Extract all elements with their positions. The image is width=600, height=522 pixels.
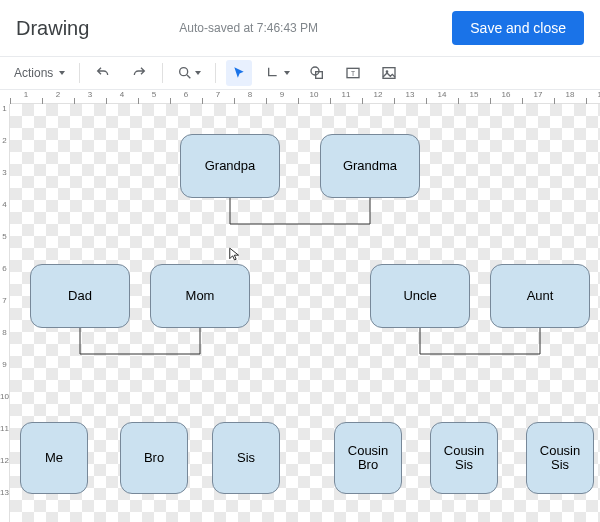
actions-label: Actions (14, 66, 53, 80)
image-icon (381, 65, 397, 81)
node-grandma[interactable]: Grandma (320, 134, 420, 198)
caret-down-icon (59, 71, 65, 75)
node-bro[interactable]: Bro (120, 422, 188, 494)
node-label: Aunt (527, 289, 554, 303)
ruler-tick-label: 17 (522, 90, 554, 99)
ruler-tick-label: 3 (0, 168, 9, 200)
ruler-tick-label: 9 (266, 90, 298, 99)
ruler-horizontal: 12345678910111213141516171819 (10, 90, 600, 104)
ruler-tick-label: 13 (394, 90, 426, 99)
node-label: Cousin Sis (437, 444, 491, 473)
node-label: Mom (186, 289, 215, 303)
redo-icon (131, 65, 147, 81)
actions-menu-button[interactable]: Actions (10, 60, 69, 86)
ruler-tick-label: 12 (0, 456, 9, 488)
svg-rect-6 (383, 68, 395, 79)
ruler-tick-label: 19 (586, 90, 600, 99)
line-icon (266, 65, 282, 81)
node-label: Grandma (343, 159, 397, 173)
ruler-tick-label: 18 (554, 90, 586, 99)
ruler-tick-label: 7 (202, 90, 234, 99)
shape-icon (309, 65, 325, 81)
node-label: Uncle (403, 289, 436, 303)
svg-line-1 (187, 75, 190, 78)
ruler-tick-label: 10 (298, 90, 330, 99)
separator (79, 63, 80, 83)
ruler-tick-label: 2 (0, 136, 9, 168)
image-tool-button[interactable] (376, 60, 402, 86)
textbox-tool-button[interactable]: T (340, 60, 366, 86)
ruler-tick-label: 6 (170, 90, 202, 99)
workspace: 12345678910111213141516171819 1234567891… (0, 90, 600, 522)
node-label: Grandpa (205, 159, 256, 173)
undo-button[interactable] (90, 60, 116, 86)
ruler-tick-label: 4 (0, 200, 9, 232)
node-label: Bro (144, 451, 164, 465)
ruler-tick-label: 4 (106, 90, 138, 99)
dialog-header: Drawing Auto-saved at 7:46:43 PM Save an… (0, 0, 600, 56)
ruler-tick-label: 14 (426, 90, 458, 99)
line-tool-button[interactable] (262, 60, 294, 86)
ruler-tick-label: 15 (458, 90, 490, 99)
redo-button[interactable] (126, 60, 152, 86)
ruler-tick-label: 5 (0, 232, 9, 264)
node-label: Sis (237, 451, 255, 465)
connector-dad-mom (30, 324, 250, 364)
cursor-icon (232, 66, 246, 80)
connector-uncle-aunt (370, 324, 590, 364)
ruler-tick-label: 11 (330, 90, 362, 99)
ruler-tick-label: 8 (0, 328, 9, 360)
caret-down-icon (284, 71, 290, 75)
node-mom[interactable]: Mom (150, 264, 250, 328)
ruler-tick-label: 10 (0, 392, 9, 424)
svg-text:T: T (351, 70, 355, 77)
node-me[interactable]: Me (20, 422, 88, 494)
separator (215, 63, 216, 83)
canvas[interactable]: Grandpa Grandma Dad Mom Uncle Aunt Me Br… (10, 104, 600, 522)
ruler-tick-label: 9 (0, 360, 9, 392)
ruler-tick-label: 6 (0, 264, 9, 296)
toolbar: Actions T (0, 56, 600, 90)
undo-icon (95, 65, 111, 81)
ruler-tick-label: 11 (0, 424, 9, 456)
save-and-close-button[interactable]: Save and close (452, 11, 584, 45)
node-aunt[interactable]: Aunt (490, 264, 590, 328)
svg-point-0 (180, 68, 188, 76)
ruler-tick-label: 7 (0, 296, 9, 328)
node-dad[interactable]: Dad (30, 264, 130, 328)
ruler-tick-label: 2 (42, 90, 74, 99)
separator (162, 63, 163, 83)
dialog-title: Drawing (16, 17, 89, 40)
textbox-icon: T (345, 65, 361, 81)
ruler-vertical: 12345678910111213 (0, 104, 10, 522)
node-uncle[interactable]: Uncle (370, 264, 470, 328)
select-tool-button[interactable] (226, 60, 252, 86)
node-cousin-sis-1[interactable]: Cousin Sis (430, 422, 498, 494)
node-sis[interactable]: Sis (212, 422, 280, 494)
node-label: Cousin Bro (341, 444, 395, 473)
ruler-tick-label: 13 (0, 488, 9, 520)
ruler-tick-label: 3 (74, 90, 106, 99)
mouse-cursor-icon (228, 244, 242, 264)
node-grandpa[interactable]: Grandpa (180, 134, 280, 198)
zoom-button[interactable] (173, 60, 205, 86)
node-cousin-bro[interactable]: Cousin Bro (334, 422, 402, 494)
autosave-status: Auto-saved at 7:46:43 PM (179, 21, 318, 35)
zoom-icon (177, 65, 193, 81)
node-label: Dad (68, 289, 92, 303)
connector-grandparents (180, 194, 420, 234)
ruler-tick-label: 16 (490, 90, 522, 99)
ruler-tick-label: 5 (138, 90, 170, 99)
node-label: Cousin Sis (533, 444, 587, 473)
ruler-tick-label: 8 (234, 90, 266, 99)
node-label: Me (45, 451, 63, 465)
node-cousin-sis-2[interactable]: Cousin Sis (526, 422, 594, 494)
ruler-tick-label: 1 (0, 104, 9, 136)
ruler-tick-label: 12 (362, 90, 394, 99)
caret-down-icon (195, 71, 201, 75)
shape-tool-button[interactable] (304, 60, 330, 86)
ruler-tick-label: 1 (10, 90, 42, 99)
